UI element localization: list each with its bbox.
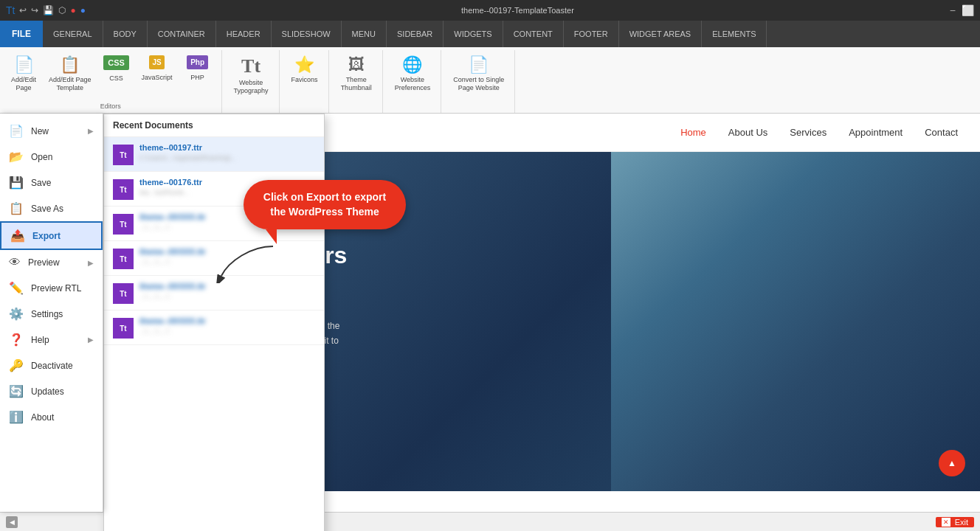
exit-area: ✕ Exit bbox=[936, 517, 974, 527]
doc-name-1: theme--00197.ttr bbox=[139, 143, 315, 152]
updates-icon: 🔄 bbox=[9, 384, 24, 398]
doc-details-4: ...\.....\.....\ bbox=[139, 257, 315, 267]
menu-item-preview[interactable]: 👁 Preview ▶ bbox=[0, 250, 103, 275]
menu-item-preview-rtl[interactable]: ✏️ Preview RTL bbox=[0, 275, 103, 301]
doc-icon-6: Tt bbox=[113, 318, 134, 339]
doc-name-3: theme--0XXXX.ttr bbox=[139, 212, 315, 221]
save-as-icon: 📋 bbox=[9, 201, 24, 215]
menu-item-new[interactable]: 📄 New ▶ bbox=[0, 118, 103, 144]
doc-details-3: ...\.....\.....\ bbox=[139, 223, 315, 232]
settings-icon: ⚙️ bbox=[9, 307, 24, 321]
recent-doc-item-6[interactable]: Tt theme--0XXXX.ttr ...\.....\.....\ bbox=[104, 310, 324, 345]
menu-item-save-as[interactable]: 📋 Save As bbox=[0, 195, 103, 221]
preview-icon: 👁 bbox=[9, 256, 21, 269]
ribbon-btn-website-preferences[interactable]: 🌐 WebsitePreferences bbox=[390, 53, 435, 94]
tab-widget-areas[interactable]: WIDGET AREAS bbox=[619, 21, 703, 47]
minimize-button[interactable]: − bbox=[950, 4, 956, 16]
tab-sidebar[interactable]: SIDEBAR bbox=[387, 21, 444, 47]
tab-elements[interactable]: ELEMENTS bbox=[702, 21, 767, 47]
menu-item-updates[interactable]: 🔄 Updates bbox=[0, 378, 103, 404]
help-chevron-icon: ▶ bbox=[88, 336, 94, 344]
js-icon: JS bbox=[149, 55, 164, 69]
nav-contact[interactable]: Contact bbox=[925, 127, 958, 138]
preview-chevron-icon: ▶ bbox=[88, 259, 94, 267]
doc-info-1: theme--00197.ttr C:\Users\...\AppData\Ro… bbox=[139, 143, 315, 163]
menu-item-about[interactable]: ℹ️ About bbox=[0, 404, 103, 430]
tab-menu[interactable]: MENU bbox=[342, 21, 387, 47]
tab-header[interactable]: HEADER bbox=[216, 21, 272, 47]
typography-icon: Tt bbox=[241, 55, 260, 77]
help-icon: ❓ bbox=[9, 333, 24, 347]
ribbon-btn-add-edit-template[interactable]: 📋 Add/Edit PageTemplate bbox=[44, 53, 96, 94]
window-controls: − ⬜ bbox=[950, 4, 974, 16]
doc-details-5: ...\.....\.....\ bbox=[139, 292, 315, 302]
recent-doc-item-1[interactable]: Tt theme--00197.ttr C:\Users\...\AppData… bbox=[104, 137, 324, 172]
ribbon-group-preferences: 🌐 WebsitePreferences bbox=[384, 50, 442, 113]
quick-icon-red: ● bbox=[70, 5, 75, 15]
title-bar-left: Tt ↩ ↪ 💾 ⬡ ● ● bbox=[6, 4, 86, 16]
ribbon-btn-php[interactable]: Php PHP bbox=[180, 53, 215, 84]
ribbon-btn-add-edit-page[interactable]: 📄 Add/EditPage bbox=[6, 53, 41, 94]
doc-info-5: theme--0XXXX.ttr ...\.....\.....\ bbox=[139, 282, 315, 302]
menu-item-deactivate[interactable]: 🔑 Deactivate bbox=[0, 353, 103, 378]
doc-details-6: ...\.....\.....\ bbox=[139, 327, 315, 336]
ribbon-buttons-preferences: 🌐 WebsitePreferences bbox=[390, 53, 435, 94]
ribbon-group-thumbnail: 🖼 ThemeThumbnail bbox=[331, 50, 383, 113]
convert-icon: 📄 bbox=[469, 55, 489, 74]
nav-home[interactable]: Home bbox=[680, 127, 706, 138]
quick-icon-4: ⬡ bbox=[58, 5, 66, 15]
quick-icon-blue: ● bbox=[80, 5, 86, 15]
quick-save-icon[interactable]: 💾 bbox=[43, 5, 54, 15]
nav-appointment[interactable]: Appointment bbox=[849, 127, 903, 138]
quick-action-redo[interactable]: ↪ bbox=[31, 5, 38, 15]
doc-icon-4: Tt bbox=[113, 249, 134, 269]
tab-footer[interactable]: FOOTER bbox=[564, 21, 619, 47]
ribbon: 📄 Add/EditPage 📋 Add/Edit PageTemplate C… bbox=[0, 47, 980, 114]
exit-button[interactable]: ✕ Exit bbox=[936, 517, 974, 527]
recent-documents-panel: Recent Documents Tt theme--00197.ttr C:\… bbox=[103, 114, 325, 531]
menu-item-save[interactable]: 💾 Save bbox=[0, 170, 103, 195]
ribbon-btn-convert-single-page[interactable]: 📄 Convert to SinglePage Website bbox=[449, 53, 508, 94]
chevron-icon: ▶ bbox=[88, 127, 94, 135]
menu-item-export[interactable]: 📤 Export bbox=[0, 221, 103, 250]
doc-name-5: theme--0XXXX.ttr bbox=[139, 282, 315, 291]
doc-icon-5: Tt bbox=[113, 283, 134, 304]
doc-info-2: theme--00176.ttr Ma...\ss\Plumb... bbox=[139, 178, 315, 198]
ribbon-group-editors: 📄 Add/EditPage 📋 Add/Edit PageTemplate C… bbox=[0, 50, 222, 113]
ribbon-buttons-convert: 📄 Convert to SinglePage Website bbox=[449, 53, 508, 94]
ribbon-btn-favicons[interactable]: ⭐ Favicons bbox=[287, 53, 322, 86]
tab-general[interactable]: GENERAL bbox=[43, 21, 103, 47]
ribbon-buttons-favicons: ⭐ Favicons bbox=[287, 53, 322, 86]
ribbon-btn-css[interactable]: CSS CSS bbox=[99, 53, 134, 85]
preview-rtl-icon: ✏️ bbox=[9, 281, 24, 295]
save-icon: 💾 bbox=[9, 176, 24, 190]
ribbon-btn-javascript[interactable]: JS JavaScript bbox=[137, 53, 177, 84]
nav-about-us[interactable]: About Us bbox=[728, 127, 767, 138]
ribbon-btn-typography[interactable]: Tt WebsiteTypography bbox=[230, 53, 273, 97]
doc-icon-2: Tt bbox=[113, 179, 134, 200]
ribbon-group-favicons: ⭐ Favicons bbox=[281, 50, 329, 113]
doc-info-4: theme--0XXXX.ttr ...\.....\.....\ bbox=[139, 247, 315, 267]
scroll-left-button[interactable]: ◀ bbox=[6, 516, 18, 528]
page-icon: 📄 bbox=[14, 55, 34, 74]
ribbon-btn-theme-thumbnail[interactable]: 🖼 ThemeThumbnail bbox=[337, 53, 376, 94]
tab-container[interactable]: CONTAINER bbox=[148, 21, 216, 47]
recent-doc-item-2[interactable]: Tt theme--00176.ttr Ma...\ss\Plumb... bbox=[104, 172, 324, 206]
exit-icon: ✕ bbox=[942, 518, 950, 527]
menu-item-open[interactable]: 📂 Open bbox=[0, 144, 103, 170]
tab-body[interactable]: BODY bbox=[103, 21, 148, 47]
quick-action-undo[interactable]: ↩ bbox=[19, 5, 27, 15]
menu-item-settings[interactable]: ⚙️ Settings bbox=[0, 301, 103, 327]
file-tab[interactable]: FILE bbox=[0, 21, 43, 47]
recent-doc-item-4[interactable]: Tt theme--0XXXX.ttr ...\.....\.....\ bbox=[104, 241, 324, 276]
scroll-to-top-button[interactable]: ▲ bbox=[939, 450, 965, 476]
recent-doc-item-3[interactable]: Tt theme--0XXXX.ttr ...\.....\.....\ bbox=[104, 206, 324, 241]
recent-doc-item-5[interactable]: Tt theme--0XXXX.ttr ...\.....\.....\ bbox=[104, 276, 324, 310]
maximize-button[interactable]: ⬜ bbox=[962, 4, 974, 16]
tab-content[interactable]: CONTENT bbox=[503, 21, 564, 47]
tab-widgets[interactable]: WIDGETS bbox=[444, 21, 503, 47]
nav-services[interactable]: Services bbox=[790, 127, 827, 138]
doc-icon-3: Tt bbox=[113, 214, 134, 235]
tab-slideshow[interactable]: SLIDESHOW bbox=[272, 21, 342, 47]
menu-item-help[interactable]: ❓ Help ▶ bbox=[0, 327, 103, 353]
